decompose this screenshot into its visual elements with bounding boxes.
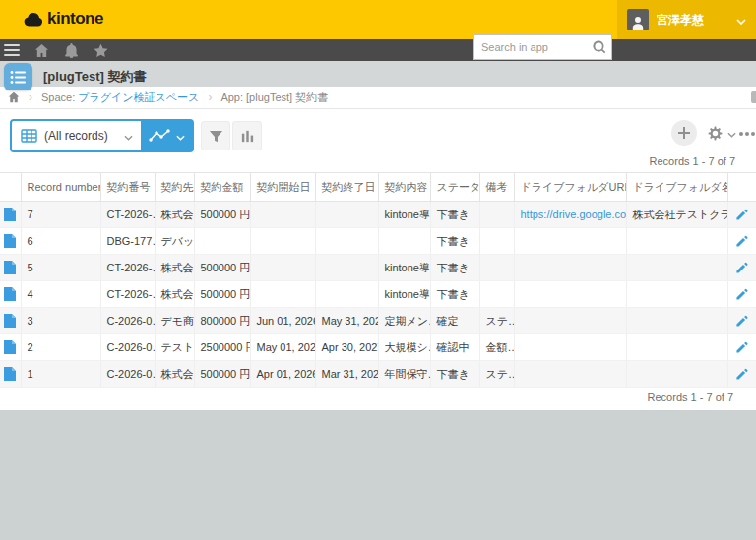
chevron-down-icon (727, 124, 736, 142)
cell-client: 株式会… (155, 202, 194, 228)
cell-note (479, 255, 514, 281)
col-header-folder-name[interactable]: ドライブフォルダ名 (626, 173, 727, 202)
star-icon[interactable] (94, 43, 108, 58)
col-header-client[interactable]: 契約先 (155, 173, 194, 202)
cell-end-date: Mar 31, 2027 (315, 361, 378, 388)
breadcrumb-app-item: App: [plugTest] 契約書 (220, 90, 328, 105)
cell-folder-name (626, 255, 727, 281)
cell-folder-url (514, 361, 626, 388)
table-row[interactable]: 1 C-2026-0… 株式会… 500000 円 Apr 01, 2026 M… (0, 361, 756, 388)
record-file-icon[interactable] (4, 208, 16, 221)
search-icon[interactable] (593, 40, 606, 54)
table-row[interactable]: 7 CT-2026-… 株式会… 500000 円 kintone導… 下書き … (0, 202, 756, 228)
app-settings-button[interactable] (707, 124, 736, 142)
cell-start-date (250, 202, 315, 228)
cell-client: 株式会… (155, 361, 194, 388)
chart-button[interactable] (232, 121, 262, 150)
view-selector: (All records) (10, 119, 194, 152)
breadcrumb-home-icon[interactable] (8, 91, 20, 103)
app-icon[interactable] (4, 63, 32, 90)
record-file-icon[interactable] (4, 340, 16, 354)
table-row[interactable]: 5 CT-2026-… 株式会… 500000 円 kintone導… 下書き (0, 255, 756, 281)
cell-folder-url (514, 255, 626, 281)
table-row[interactable]: 6 DBG-177… デバッ… 下書き (0, 228, 756, 255)
filter-button[interactable] (201, 121, 230, 150)
user-menu[interactable]: 宮澤孝慈 (617, 0, 756, 39)
record-file-icon[interactable] (4, 287, 16, 301)
col-header-folder-url[interactable]: ドライブフォルダURL (514, 173, 626, 202)
global-nav-bar: ? (0, 39, 756, 61)
cell-content: 大規模シ… (378, 334, 430, 361)
breadcrumb-separator: › (208, 90, 212, 104)
nav-right-icons: ? (574, 39, 612, 61)
add-record-button[interactable] (671, 120, 697, 146)
cell-record-number: 5 (21, 255, 100, 281)
cell-note: ステ… (479, 308, 514, 334)
col-header-edit (727, 173, 756, 202)
more-options-icon[interactable] (739, 132, 743, 136)
record-list-content: (All records) (0, 109, 756, 410)
col-header-contract-no[interactable]: 契約番号 (100, 173, 155, 202)
cell-edit (727, 281, 756, 308)
col-header-start-date[interactable]: 契約開始日 (250, 173, 315, 202)
cell-status: 確定 (430, 308, 479, 334)
edit-pencil-icon[interactable] (735, 235, 748, 248)
record-file-icon[interactable] (4, 367, 16, 381)
hamburger-menu-icon[interactable] (4, 44, 20, 56)
breadcrumb-space-item: Space: プラグイン検証スペース (41, 90, 199, 105)
cell-end-date (315, 228, 378, 255)
cell-folder-name (626, 281, 727, 308)
user-name: 宮澤孝慈 (657, 12, 728, 29)
cell-folder-name: 株式会社テストクライア… (626, 202, 727, 228)
cell-record-number: 6 (21, 228, 100, 255)
edit-pencil-icon[interactable] (735, 209, 748, 221)
breadcrumb-clipped-icon (751, 91, 756, 103)
search-input[interactable] (474, 41, 593, 53)
cell-start-date: Apr 01, 2026 (250, 361, 315, 388)
cell-contract-no: C-2026-0… (100, 361, 155, 388)
edit-pencil-icon[interactable] (735, 341, 748, 354)
cell-amount: 500000 円 (194, 255, 250, 281)
table-row[interactable]: 4 CT-2026-… 株式会… 500000 円 kintone導… 下書き (0, 281, 756, 308)
gear-icon (707, 125, 724, 142)
cell-client: テスト… (155, 334, 194, 361)
table-row[interactable]: 3 C-2026-0… デモ商店 800000 円 Jun 01, 2026 M… (0, 308, 756, 334)
col-header-amount[interactable]: 契約金額 (194, 173, 250, 202)
edit-pencil-icon[interactable] (735, 368, 748, 381)
table-row[interactable]: 2 C-2026-0… テスト… 2500000 円 May 01, 2026 … (0, 334, 756, 361)
view-name: (All records) (44, 129, 117, 143)
cell-edit (727, 334, 756, 361)
cell-status: 下書き (430, 281, 479, 308)
col-header-end-date[interactable]: 契約終了日 (315, 173, 378, 202)
col-header-note[interactable]: 備考 (479, 173, 514, 202)
cell-folder-name (626, 308, 727, 334)
cell-amount: 2500000 円 (194, 334, 250, 361)
breadcrumb-space-link[interactable]: プラグイン検証スペース (78, 91, 199, 103)
cell-edit (727, 308, 756, 334)
records-count-top: Records 1 - 7 of 7 (650, 155, 735, 167)
chevron-down-icon (124, 127, 133, 145)
cell-content: 年間保守… (378, 361, 430, 388)
graph-view-button[interactable] (141, 121, 192, 150)
record-file-icon[interactable] (4, 234, 16, 248)
cell-folder-url (514, 228, 626, 255)
cell-start-date: May 01, 2026 (250, 334, 315, 361)
col-header-content[interactable]: 契約内容 (378, 173, 430, 202)
record-file-icon[interactable] (4, 314, 16, 328)
col-header-record-number[interactable]: Record number (21, 173, 100, 202)
edit-pencil-icon[interactable] (735, 288, 748, 301)
record-file-icon[interactable] (4, 261, 16, 274)
col-header-icon (0, 173, 21, 202)
col-header-status[interactable]: ステータス (430, 173, 479, 202)
view-dropdown[interactable]: (All records) (12, 121, 141, 150)
bell-icon[interactable] (64, 43, 79, 58)
records-count-bottom: Records 1 - 7 of 7 (648, 391, 733, 403)
cell-edit (727, 361, 756, 388)
home-icon[interactable] (34, 43, 49, 58)
edit-pencil-icon[interactable] (735, 315, 748, 328)
kintone-logo[interactable]: kintone (24, 9, 103, 29)
kintone-logo-icon (24, 11, 43, 28)
folder-url-link[interactable]: https://drive.google.com/… (521, 209, 627, 220)
edit-pencil-icon[interactable] (735, 262, 748, 274)
app-title: [plugTest] 契約書 (43, 68, 146, 86)
